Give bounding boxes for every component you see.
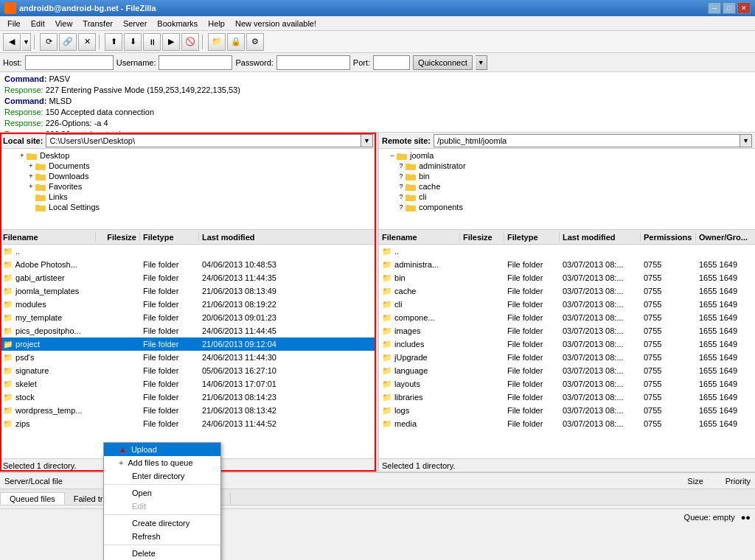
local-file-row-dotdot[interactable]: 📁 .. — [0, 245, 376, 258]
tree-item-desktop[interactable]: + Desktop — [3, 150, 375, 161]
toolbar-btn9[interactable]: 🚫 — [181, 33, 199, 51]
remote-col-filename[interactable]: Filename — [379, 233, 460, 242]
menu-item-new-version-available![interactable]: New version available! — [231, 18, 321, 29]
toolbar-btn6[interactable]: ⬇ — [124, 33, 142, 51]
remote-file-row-dotdot[interactable]: 📁 .. — [379, 245, 755, 258]
tree-item-downloads[interactable]: + Downloads — [3, 171, 375, 181]
local-file-row-pics[interactable]: 📁 pics_depositpho... File folder 24/06/2… — [0, 324, 376, 337]
minimize-button[interactable]: ─ — [708, 2, 721, 14]
remote-col-permissions[interactable]: Permissions — [641, 233, 696, 242]
remote-path-input[interactable] — [434, 134, 740, 147]
remote-path-dropdown[interactable]: ▼ — [740, 134, 752, 147]
remote-file-list[interactable]: 📁 .. 📁 administra... File folder 03/07/2… — [379, 245, 755, 458]
remote-tree[interactable]: – joomla ? administrator ? — [379, 149, 755, 230]
menu-item-help[interactable]: Help — [203, 18, 229, 29]
tree-item-cli[interactable]: ? cli — [382, 192, 754, 202]
menu-item-edit[interactable]: Edit — [27, 18, 49, 29]
local-file-row-zips[interactable]: 📁 zips File folder 24/06/2013 11:44:52 — [0, 417, 376, 430]
tab-queued-files[interactable]: Queued files — [0, 492, 65, 505]
local-file-row-gabi[interactable]: 📁 gabi_artisteer File folder 24/06/2013 … — [0, 271, 376, 284]
quickconnect-button[interactable]: Quickconnect — [413, 55, 473, 70]
tree-expand-components[interactable]: ? — [397, 203, 406, 211]
context-enter-directory[interactable]: Enter directory — [104, 469, 220, 483]
tree-item-links[interactable]: Links — [3, 192, 375, 202]
local-file-row-joomla[interactable]: 📁 joomla_templates File folder 21/06/201… — [0, 284, 376, 298]
toolbar-btn8[interactable]: ▶ — [162, 33, 180, 51]
host-input[interactable] — [25, 55, 114, 70]
tree-item-documents[interactable]: + Documents — [3, 161, 375, 171]
tree-expand-cli[interactable]: ? — [397, 193, 406, 200]
remote-file-row-images[interactable]: 📁 images File folder 03/07/2013 08:... 0… — [379, 324, 755, 337]
local-file-row-wordpress[interactable]: 📁 wordpress_temp... File folder 21/06/20… — [0, 404, 376, 417]
tree-expand-documents[interactable]: + — [27, 162, 35, 169]
toolbar-btn10[interactable]: 📁 — [208, 33, 226, 51]
remote-file-row-cli[interactable]: 📁 cli File folder 03/07/2013 08:... 0755… — [379, 298, 755, 311]
remote-file-row-layouts[interactable]: 📁 layouts File folder 03/07/2013 08:... … — [379, 377, 755, 391]
menu-item-server[interactable]: Server — [119, 18, 151, 29]
tree-expand-administrator[interactable]: ? — [397, 162, 406, 169]
remote-file-row-includes[interactable]: 📁 includes File folder 03/07/2013 08:...… — [379, 337, 755, 351]
local-tree[interactable]: + Desktop + Documents + Dow — [0, 149, 376, 230]
menu-item-bookmarks[interactable]: Bookmarks — [153, 18, 202, 29]
tree-item-local-settings[interactable]: Local Settings — [3, 202, 375, 212]
remote-file-row-language[interactable]: 📁 language File folder 03/07/2013 08:...… — [379, 364, 755, 377]
local-col-filesize[interactable]: Filesize — [96, 233, 140, 242]
tree-item-joomla[interactable]: – joomla — [382, 150, 754, 161]
close-button[interactable]: ✕ — [737, 2, 751, 14]
remote-col-lastmodified[interactable]: Last modified — [560, 233, 641, 242]
context-upload[interactable]: ▲ Upload — [104, 443, 220, 456]
remote-file-row-jupgrade[interactable]: 📁 jUpgrade File folder 03/07/2013 08:...… — [379, 351, 755, 364]
local-file-row-modules[interactable]: 📁 modules File folder 21/06/2013 08:19:2… — [0, 298, 376, 311]
port-input[interactable] — [373, 55, 410, 70]
local-file-row-stock[interactable]: 📁 stock File folder 21/06/2013 08:14:23 — [0, 391, 376, 404]
toolbar-back-arrow[interactable]: ▼ — [22, 33, 31, 51]
tree-expand-cache[interactable]: ? — [397, 183, 406, 190]
context-edit[interactable]: Edit — [104, 500, 220, 513]
remote-file-row-media[interactable]: 📁 media File folder 03/07/2013 08:... 07… — [379, 417, 755, 430]
context-open[interactable]: Open — [104, 486, 220, 500]
tree-expand-favorites[interactable]: + — [27, 183, 35, 190]
remote-col-filesize[interactable]: Filesize — [460, 233, 504, 242]
context-create-directory[interactable]: Create directory — [104, 517, 220, 530]
toolbar-btn5[interactable]: ⬆ — [105, 33, 122, 51]
remote-file-row-libraries[interactable]: 📁 libraries File folder 03/07/2013 08:..… — [379, 391, 755, 404]
local-path-dropdown[interactable]: ▼ — [361, 134, 373, 147]
local-file-row-signature[interactable]: 📁 signature File folder 05/06/2013 16:27… — [0, 364, 376, 377]
remote-file-row-logs[interactable]: 📁 logs File folder 03/07/2013 08:... 075… — [379, 404, 755, 417]
local-path-input[interactable] — [46, 134, 361, 147]
toolbar-btn7[interactable]: ⏸ — [143, 33, 161, 51]
toolbar-back-button[interactable]: ◀ — [3, 33, 21, 51]
local-file-list[interactable]: 📁 .. 📁 Adobe Photosh... File folder 04/0… — [0, 245, 376, 458]
remote-file-row-administrator[interactable]: 📁 administra... File folder 03/07/2013 0… — [379, 258, 755, 271]
remote-col-owner[interactable]: Owner/Gro... — [696, 233, 755, 242]
toolbar-btn12[interactable]: ⚙ — [246, 33, 264, 51]
local-col-filename[interactable]: Filename — [0, 233, 96, 242]
toolbar-btn11[interactable]: 🔒 — [227, 33, 245, 51]
toolbar-btn3[interactable]: 🔗 — [59, 33, 77, 51]
context-add-to-queue[interactable]: + Add files to queue — [104, 456, 220, 469]
tree-item-cache[interactable]: ? cache — [382, 181, 754, 192]
tree-item-favorites[interactable]: + Favorites — [3, 181, 375, 192]
local-file-row-mytemplate[interactable]: 📁 my_template File folder 20/06/2013 09:… — [0, 311, 376, 324]
remote-col-filetype[interactable]: Filetype — [504, 233, 560, 242]
tree-expand-bin[interactable]: ? — [397, 172, 406, 180]
local-col-filetype[interactable]: Filetype — [140, 233, 199, 242]
tree-expand-downloads[interactable]: + — [27, 172, 35, 180]
menu-item-view[interactable]: View — [51, 18, 77, 29]
toolbar-btn4[interactable]: ✕ — [78, 33, 96, 51]
context-delete[interactable]: Delete — [104, 547, 220, 560]
remote-file-row-cache[interactable]: 📁 cache File folder 03/07/2013 08:... 07… — [379, 284, 755, 298]
local-col-lastmodified[interactable]: Last modified — [199, 233, 376, 242]
tree-expand-joomla[interactable]: – — [388, 152, 397, 159]
toolbar-btn2[interactable]: ⟳ — [40, 33, 58, 51]
quickconnect-dropdown[interactable]: ▼ — [476, 55, 487, 70]
tree-expand-desktop[interactable]: + — [18, 152, 27, 159]
local-file-row-skelet[interactable]: 📁 skelet File folder 14/06/2013 17:07:01 — [0, 377, 376, 391]
maximize-button[interactable]: □ — [723, 2, 736, 14]
context-menu[interactable]: ▲ Upload + Add files to queue Enter dire… — [103, 442, 221, 560]
menu-item-transfer[interactable]: Transfer — [78, 18, 117, 29]
local-file-row-psds[interactable]: 📁 psd's File folder 24/06/2013 11:44:30 — [0, 351, 376, 364]
local-file-row-adobe[interactable]: 📁 Adobe Photosh... File folder 04/06/201… — [0, 258, 376, 271]
tree-item-administrator[interactable]: ? administrator — [382, 161, 754, 171]
tree-item-bin[interactable]: ? bin — [382, 171, 754, 181]
